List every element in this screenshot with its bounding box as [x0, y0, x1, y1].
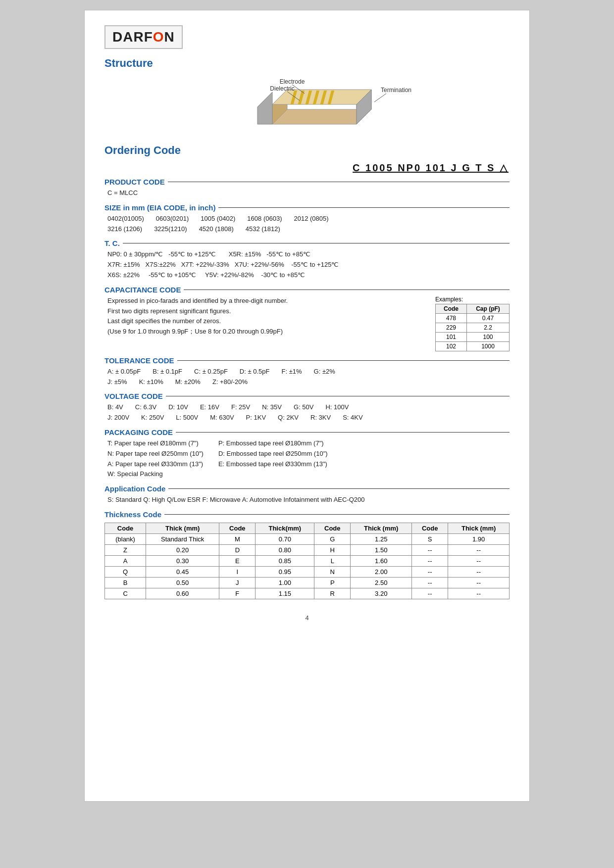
thick-table-cell: L	[314, 555, 351, 566]
thickness-table: CodeThick (mm)CodeThick(mm)CodeThick (mm…	[104, 523, 510, 599]
cap-table-cell: 229	[436, 323, 467, 332]
packaging-left: T: Paper tape reel Ø180mm (7") N: Paper …	[107, 438, 204, 480]
application-section: Application Code S: Standard Q: High Q/L…	[104, 484, 510, 505]
tol-0: A: ± 0.05pF	[107, 367, 141, 377]
thick-table-cell: E	[219, 555, 256, 566]
page: DARFON Structure	[84, 10, 530, 802]
thick-table-cell: 0.80	[256, 544, 314, 555]
cap-line-3: (Use 9 for 1.0 through 9.9pF；Use 8 for 0…	[107, 327, 425, 337]
product-code-title: PRODUCT CODE	[104, 178, 510, 186]
capacitance-section: CAPACITANCE CODE Expressed in pico-farad…	[104, 286, 510, 351]
thick-table-cell: --	[412, 544, 448, 555]
svg-marker-10	[257, 92, 272, 124]
pkg-l-3: W: Special Packing	[107, 469, 204, 480]
thick-table-cell: 1.25	[351, 533, 412, 544]
cap-table-row: 2292.2	[436, 323, 510, 332]
ordering-code-example: C 1005 NP0 101 J G T S △	[104, 162, 510, 174]
thick-header-cell: Code	[412, 523, 448, 533]
v-2: D: 10V	[168, 402, 188, 413]
thick-table-cell: 2.50	[351, 577, 412, 588]
structure-section: Structure	[104, 57, 510, 134]
thick-table-cell: 0.70	[256, 533, 314, 544]
thick-header-cell: Code	[314, 523, 351, 533]
thick-header-cell: Thick (mm)	[351, 523, 412, 533]
cap-line-2: Last digit specifies the number of zeros…	[107, 316, 425, 327]
product-code-section: PRODUCT CODE C = MLCC	[104, 178, 510, 198]
tc-body: NP0: 0 ± 30ppm/℃ -55℃ to +125℃ X5R: ±15%…	[104, 249, 510, 280]
tc-line-1: X7R: ±15% X7S:±22% X7T: +22%/-33% X7U: +…	[107, 260, 510, 270]
thick-table-cell: 0.45	[146, 566, 219, 577]
thickness-section: Thickness Code CodeThick (mm)CodeThick(m…	[104, 510, 510, 599]
cap-table-row: 4780.47	[436, 313, 510, 323]
thick-table-cell: 0.20	[146, 544, 219, 555]
thick-table-row: (blank)Standard ThickM0.70G1.25S1.90	[105, 533, 510, 544]
logo: DARFON	[104, 25, 183, 49]
thick-table-cell: 1.50	[351, 544, 412, 555]
thick-table-cell: C	[105, 588, 146, 599]
size-item-3: 1608 (0603)	[247, 214, 282, 224]
capacitance-layout: Expressed in pico-farads and identified …	[104, 296, 510, 351]
packaging-body: T: Paper tape reel Ø180mm (7") N: Paper …	[104, 438, 510, 480]
capacitance-text: Expressed in pico-farads and identified …	[104, 296, 425, 337]
packaging-right: P: Embossed tape reel Ø180mm (7") D: Emb…	[218, 438, 328, 480]
cap-line-1: First two digits represent significant f…	[107, 306, 425, 317]
thick-table-cell: 1.90	[448, 533, 510, 544]
pkg-r-1: D: Embossed tape reel Ø250mm (10")	[218, 449, 328, 459]
structure-title: Structure	[104, 57, 510, 70]
cap-table-cell: 101	[436, 332, 467, 341]
v-3: E: 16V	[200, 402, 219, 413]
tol-6: J: ±5%	[107, 377, 127, 387]
capacitor-diagram: Electrode Dielectric Termination	[134, 75, 510, 134]
voltage-section: VOLTAGE CODE B: 4V C: 6.3V D: 10V E: 16V…	[104, 392, 510, 423]
capacitance-table-area: Examples: Code Cap (pF) 4780.472292.2101…	[435, 296, 510, 351]
thick-table-cell: 0.50	[146, 577, 219, 588]
logo-text: DARFON	[112, 29, 175, 45]
tol-3: D: ± 0.5pF	[240, 367, 270, 377]
thick-table-cell: --	[448, 566, 510, 577]
thick-table-cell: --	[412, 555, 448, 566]
size-item-6: 3225(1210)	[154, 224, 187, 235]
ordering-code-text: C 1005 NP0 101 J G T S △	[353, 162, 509, 174]
thick-table-cell: --	[412, 588, 448, 599]
thick-table-cell: Q	[105, 566, 146, 577]
thick-table-cell: 1.15	[256, 588, 314, 599]
thick-table-cell: A	[105, 555, 146, 566]
ordering-section: Ordering Code C 1005 NP0 101 J G T S △ P…	[104, 144, 510, 599]
thick-table-cell: --	[448, 577, 510, 588]
voltage-row2: J: 200V K: 250V L: 500V M: 630V P: 1KV Q…	[107, 413, 510, 423]
thick-header-cell: Thick (mm)	[448, 523, 510, 533]
size-item-2: 1005 (0402)	[201, 214, 235, 224]
tc-line-2: X6S: ±22% -55℃ to +105℃ Y5V: +22%/-82% -…	[107, 270, 510, 281]
thick-table-cell: Z	[105, 544, 146, 555]
tc-section: T. C. NP0: 0 ± 30ppm/℃ -55℃ to +125℃ X5R…	[104, 239, 510, 280]
tol-5: G: ±2%	[314, 367, 335, 377]
thick-table-cell: 0.85	[256, 555, 314, 566]
thick-table-cell: 0.95	[256, 566, 314, 577]
pkg-l-1: N: Paper tape reel Ø250mm (10")	[107, 449, 204, 459]
thick-header-cell: Code	[105, 523, 146, 533]
v-13: Q: 2KV	[278, 413, 299, 423]
cap-header-cap: Cap (pF)	[466, 304, 509, 313]
thick-header-cell: Thick(mm)	[256, 523, 314, 533]
voltage-title: VOLTAGE CODE	[104, 392, 510, 400]
voltage-row1: B: 4V C: 6.3V D: 10V E: 16V F: 25V N: 35…	[107, 402, 510, 413]
thick-table-cell: --	[412, 577, 448, 588]
size-title: SIZE in mm (EIA CODE, in inch)	[104, 203, 510, 212]
size-item-4: 2012 (0805)	[294, 214, 328, 224]
thick-table-cell: N	[314, 566, 351, 577]
thick-table-cell: 3.20	[351, 588, 412, 599]
v-0: B: 4V	[107, 402, 123, 413]
v-14: R: 3KV	[310, 413, 331, 423]
cap-table-cell: 102	[436, 341, 467, 351]
thick-table-cell: 1.60	[351, 555, 412, 566]
tolerance-title: TOLERANCE CODE	[104, 356, 510, 365]
svg-line-16	[374, 94, 386, 102]
cap-line-0: Expressed in pico-farads and identified …	[107, 296, 425, 306]
pkg-l-0: T: Paper tape reel Ø180mm (7")	[107, 438, 204, 449]
thick-table-cell: 1.00	[256, 577, 314, 588]
tol-7: K: ±10%	[139, 377, 163, 387]
thick-table-cell: B	[105, 577, 146, 588]
thick-table-cell: P	[314, 577, 351, 588]
thick-table-cell: M	[219, 533, 256, 544]
cap-header-code: Code	[436, 304, 467, 313]
